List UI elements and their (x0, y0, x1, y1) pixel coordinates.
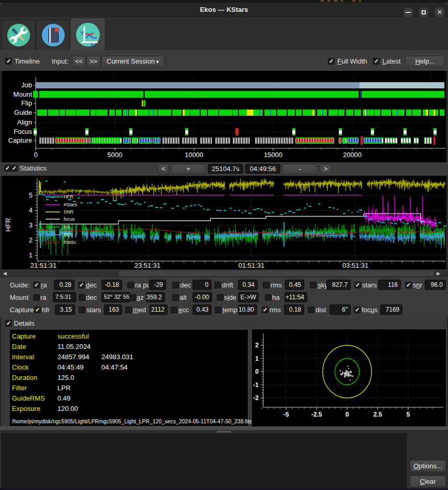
svg-text:RMSc: RMSc (64, 240, 77, 245)
svg-text:-1: -1 (253, 381, 259, 389)
svg-text:10000: 10000 (185, 151, 203, 159)
svg-text:focus: focus (64, 217, 75, 222)
svg-text:HFR: HFR (4, 218, 12, 232)
svg-text:HFR: HFR (64, 194, 73, 200)
svg-text:01:51:31: 01:51:31 (238, 262, 265, 269)
svg-text:5: 5 (407, 411, 410, 418)
svg-text:0: 0 (255, 368, 259, 375)
svg-text:-5: -5 (283, 411, 289, 418)
svg-text:DEC: DEC (64, 232, 74, 237)
svg-text:3: 3 (29, 221, 33, 229)
svg-text:5000: 5000 (108, 151, 123, 159)
svg-text:2.5: 2.5 (374, 411, 382, 418)
svg-text:-2: -2 (253, 394, 259, 402)
svg-text:#Stars: #Stars (64, 202, 78, 207)
svg-text:15000: 15000 (264, 151, 282, 159)
svg-text:2: 2 (255, 342, 259, 349)
svg-text:4: 4 (29, 206, 33, 214)
svg-text:20000: 20000 (343, 151, 362, 159)
svg-text:Guide: Guide (14, 109, 32, 116)
svg-text:Mount: Mount (13, 90, 33, 98)
svg-text:5: 5 (29, 191, 33, 199)
svg-text:2: 2 (29, 236, 33, 244)
svg-text:03:51:31: 03:51:31 (342, 262, 369, 269)
svg-text:Focus: Focus (14, 128, 33, 135)
svg-text:1: 1 (29, 251, 33, 259)
svg-text:SNR: SNR (64, 209, 74, 215)
svg-text:RA: RA (64, 224, 70, 229)
svg-text:21:51:31: 21:51:31 (31, 262, 57, 269)
svg-text:X: X (90, 42, 94, 47)
svg-text:Align: Align (17, 118, 32, 126)
svg-text:0: 0 (346, 411, 349, 418)
svg-text:Flip: Flip (21, 99, 32, 107)
svg-text:-2.5: -2.5 (311, 411, 322, 418)
svg-text:1: 1 (255, 355, 259, 362)
svg-text:Capture: Capture (8, 136, 32, 144)
svg-text:23:51:31: 23:51:31 (135, 262, 161, 269)
svg-text:0: 0 (34, 151, 37, 159)
svg-text:Job: Job (21, 81, 32, 89)
